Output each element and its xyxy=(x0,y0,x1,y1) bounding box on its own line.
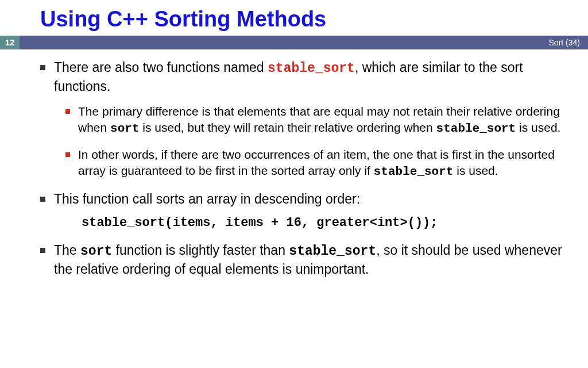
slide: Using C++ Sorting Methods 12 Sort (34) T… xyxy=(0,0,588,368)
code-stable-sort: stable_sort xyxy=(436,122,516,135)
bullet-1: There are also two functions named stabl… xyxy=(40,59,565,180)
text: There are also two functions named xyxy=(54,60,268,75)
text: This function call sorts an array in des… xyxy=(54,191,360,206)
code-example: stable_sort(items, items + 16, greater<i… xyxy=(82,214,565,232)
sub-bullet-1: The primary difference is that elements … xyxy=(65,103,565,137)
text: The xyxy=(54,243,80,258)
code-stable-sort: stable_sort xyxy=(289,244,376,259)
text: is used. xyxy=(453,164,498,177)
code-stable-sort: stable_sort xyxy=(374,165,454,178)
code-sort: sort xyxy=(110,122,139,135)
page-number-tab: 12 xyxy=(0,36,20,49)
sub-bullet-2: In other words, if there are two occurre… xyxy=(65,147,565,181)
code-stable-sort: stable_sort xyxy=(268,61,355,76)
bullet-3: The sort function is slightly faster tha… xyxy=(40,241,565,278)
text: is used, but they will retain their rela… xyxy=(139,121,436,134)
text: function is slightly faster than xyxy=(112,243,289,258)
header-right-label: Sort (34) xyxy=(549,36,580,49)
text: is used. xyxy=(516,121,560,134)
bullet-2: This function call sorts an array in des… xyxy=(40,190,565,231)
slide-content: There are also two functions named stabl… xyxy=(40,59,565,289)
header-bar xyxy=(0,36,588,49)
slide-title: Using C++ Sorting Methods xyxy=(40,7,326,32)
code-sort: sort xyxy=(80,244,112,259)
